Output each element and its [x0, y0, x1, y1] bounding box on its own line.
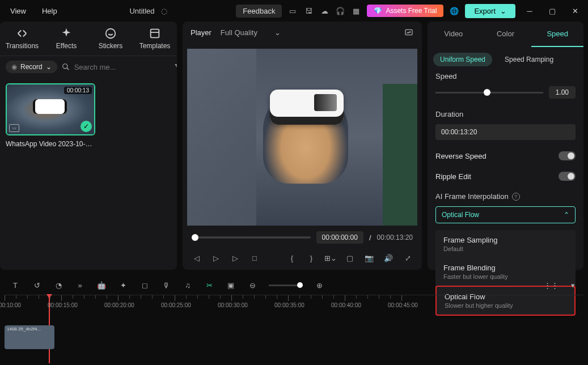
stickers-icon: [104, 27, 117, 40]
tab-effects[interactable]: Effects: [44, 22, 88, 56]
media-panel: Transitions Effects Stickers Templates ◉…: [0, 22, 177, 270]
option-sub: Faster but lower quality: [443, 273, 568, 280]
bracket-out-icon[interactable]: }: [306, 253, 316, 263]
speed-value[interactable]: 1.00: [549, 86, 576, 99]
text-tool-icon[interactable]: T: [10, 280, 20, 290]
reverse-speed-toggle[interactable]: [559, 151, 576, 160]
option-frame-sampling[interactable]: Frame Sampling Default: [435, 230, 576, 258]
grip-icon[interactable]: ⋮⋮: [546, 280, 556, 290]
media-clip[interactable]: 00:00:13 ▭ ✓ WhatsApp Video 2023-10-05..…: [6, 83, 95, 148]
player-label: Player: [191, 28, 211, 37]
preview-panel: Player Full Quality ⌄ 00:00:00:00 / 00:0…: [183, 22, 422, 270]
templates-icon: [149, 27, 161, 40]
current-time: 00:00:00:00: [316, 231, 363, 244]
mic-icon[interactable]: 🎙: [161, 280, 171, 290]
ruler-label: 00:00:15:00: [48, 302, 78, 308]
feedback-button[interactable]: Feedback: [236, 5, 282, 18]
zoom-in-icon[interactable]: ⊕: [314, 280, 324, 290]
video-preview[interactable]: [187, 49, 417, 226]
timeline-ruler[interactable]: 00:00:10:00 00:00:15:00 00:00:20:00 00:0…: [5, 295, 583, 309]
tab-label: Transitions: [6, 42, 39, 50]
zoom-slider[interactable]: [269, 285, 303, 286]
maximize-button[interactable]: ▢: [544, 7, 561, 15]
ripple-edit-toggle[interactable]: [559, 172, 576, 181]
menu-help[interactable]: Help: [36, 5, 63, 18]
minimize-button[interactable]: ─: [521, 7, 538, 15]
display-icon[interactable]: ▢: [345, 253, 355, 263]
bracket-in-icon[interactable]: {: [287, 253, 297, 263]
mask-icon[interactable]: ◔: [53, 280, 64, 290]
export-button[interactable]: Export ⌄: [465, 4, 515, 18]
marker-icon[interactable]: ◻: [139, 280, 150, 290]
tab-video[interactable]: Video: [428, 22, 480, 47]
svg-rect-3: [405, 29, 412, 35]
effects-icon: [60, 27, 73, 40]
tab-label: Templates: [139, 42, 171, 50]
ruler-label: 00:00:30:00: [218, 302, 248, 308]
play-forward-icon[interactable]: ▷: [230, 253, 240, 263]
filter-icon[interactable]: [174, 62, 177, 72]
music-icon[interactable]: ♫: [183, 280, 193, 290]
ai-tool-icon[interactable]: 🤖: [96, 280, 107, 290]
search-input[interactable]: [74, 63, 170, 71]
record-button[interactable]: ◉ Record ⌄: [6, 61, 57, 73]
save-icon[interactable]: 🖫: [303, 6, 314, 16]
camera-icon[interactable]: 📷: [364, 253, 374, 263]
fullscreen-icon[interactable]: ⤢: [403, 253, 413, 263]
tab-color[interactable]: Color: [480, 22, 532, 47]
total-time: 00:00:13:20: [377, 234, 413, 241]
record-label: Record: [20, 63, 43, 71]
tab-templates[interactable]: Templates: [133, 22, 177, 56]
time-separator: /: [369, 234, 371, 242]
ruler-label: 00:00:35:00: [274, 302, 304, 308]
headphones-icon[interactable]: 🎧: [335, 6, 345, 16]
ratio-icon[interactable]: ⊞⌄: [325, 253, 336, 263]
speed-label: Speed: [435, 72, 576, 80]
layout-icon[interactable]: ▭: [287, 6, 298, 16]
clip-duration: 00:00:13: [64, 87, 92, 94]
adjust-icon[interactable]: ✦: [118, 280, 128, 290]
timeline-track[interactable]: 1408.35_4b2f4...: [5, 321, 583, 349]
prev-frame-icon[interactable]: ◁: [192, 253, 202, 263]
quality-select[interactable]: Full Quality ⌄: [221, 28, 281, 37]
timeline-clip[interactable]: 1408.35_4b2f4...: [5, 325, 54, 349]
tab-transitions[interactable]: Transitions: [0, 22, 44, 56]
chevron-down-icon[interactable]: ▾: [568, 280, 578, 290]
help-icon[interactable]: ?: [512, 193, 520, 201]
export-label: Export: [474, 7, 496, 15]
auto-cut-icon[interactable]: ✂: [204, 280, 214, 290]
menu-view[interactable]: View: [5, 5, 32, 18]
titlebar: View Help Untitled ◌ Feedback ▭ 🖫 ☁ 🎧 ▦ …: [0, 0, 588, 22]
grid-icon[interactable]: ▦: [351, 6, 361, 16]
progress-slider[interactable]: [192, 236, 311, 239]
chevron-down-icon: ⌄: [500, 7, 506, 15]
ai-interpolation-select[interactable]: Optical Flow ⌃: [435, 206, 576, 223]
assets-trial-button[interactable]: 💎 Assets Free Trial: [367, 5, 443, 17]
tab-speed[interactable]: Speed: [531, 22, 583, 47]
close-button[interactable]: ✕: [566, 7, 583, 15]
clip-thumbnail[interactable]: 00:00:13 ▭ ✓: [6, 83, 95, 135]
globe-icon[interactable]: 🌐: [449, 6, 459, 16]
more-tools-icon[interactable]: »: [75, 280, 85, 290]
speed-slider[interactable]: [435, 92, 543, 94]
reverse-speed-label: Reverse Speed: [435, 152, 487, 160]
quality-value: Full Quality: [221, 28, 257, 37]
history-icon[interactable]: ↺: [32, 280, 42, 290]
crop-icon[interactable]: ▣: [226, 280, 236, 290]
volume-icon[interactable]: 🔊: [383, 253, 394, 263]
cloud-sync-icon[interactable]: ◌: [159, 6, 170, 16]
ruler-label: 00:00:10:00: [0, 302, 21, 308]
speed-ramping-mode[interactable]: Speed Ramping: [498, 53, 560, 66]
zoom-out-icon[interactable]: ⊖: [247, 280, 257, 290]
tab-label: Effects: [56, 42, 77, 50]
stop-icon[interactable]: □: [249, 253, 260, 263]
chevron-down-icon: ⌄: [274, 28, 281, 37]
duration-value[interactable]: 00:00:13:20: [435, 124, 576, 140]
cloud-icon[interactable]: ☁: [319, 6, 329, 16]
ruler-label: 00:00:25:00: [161, 302, 191, 308]
chevron-up-icon: ⌃: [564, 211, 569, 219]
uniform-speed-mode[interactable]: Uniform Speed: [433, 53, 492, 66]
tab-stickers[interactable]: Stickers: [88, 22, 133, 56]
snapshot-icon[interactable]: [404, 27, 414, 37]
play-icon[interactable]: ▷: [211, 253, 221, 263]
